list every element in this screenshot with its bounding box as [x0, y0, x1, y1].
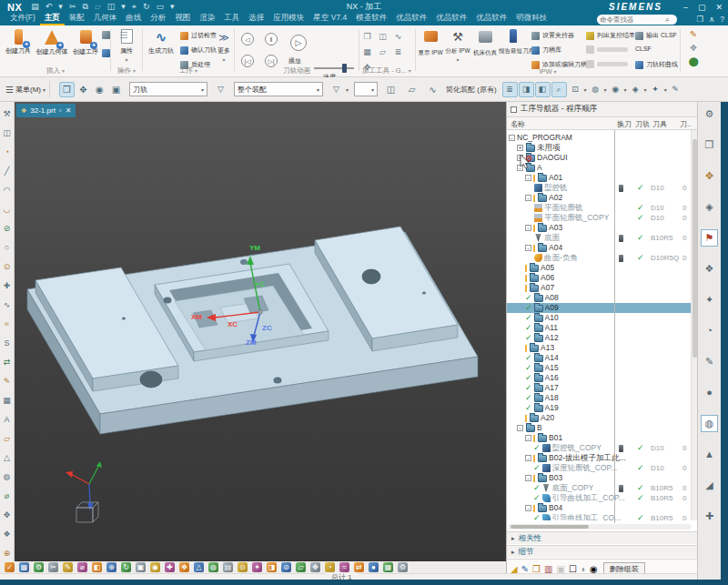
- navigator-row-未用项[interactable]: +未用项: [507, 143, 691, 153]
- navigator-row-A19[interactable]: ✓A19: [507, 403, 691, 413]
- tab-优品软件[interactable]: 优品软件: [391, 12, 431, 25]
- paint-icon[interactable]: ✎: [668, 82, 683, 97]
- tree-vertical-scrollbar[interactable]: [691, 130, 697, 520]
- toggle-shade-icon[interactable]: ◨: [519, 82, 534, 97]
- expander-icon[interactable]: -: [509, 135, 515, 141]
- window-icon[interactable]: ▭: [156, 2, 164, 12]
- caret-icon[interactable]: ▾: [121, 2, 126, 12]
- part-navigator-icon[interactable]: ◈: [701, 198, 718, 216]
- navigator-row-型腔铣_COPY[interactable]: ✓型腔铣_COPY✓D100: [507, 443, 691, 453]
- caret-icon[interactable]: ▾: [664, 86, 667, 93]
- navigator-row-A[interactable]: -A: [507, 163, 691, 173]
- line-icon[interactable]: ╱: [5, 162, 9, 180]
- tree-horizontal-scrollbar[interactable]: [509, 524, 691, 530]
- tab-星空 V7.4[interactable]: 星空 V7.4: [308, 12, 351, 25]
- navigator-row-A03[interactable]: -A03: [507, 223, 691, 233]
- forward-end-icon[interactable]: ▷|: [265, 55, 278, 67]
- caret-icon[interactable]: ▾: [604, 86, 607, 93]
- paste-icon[interactable]: ▱: [95, 2, 101, 12]
- navigator-row-NC_PROGRAM[interactable]: -NC_PROGRAM: [507, 133, 691, 143]
- dock-icon-15[interactable]: ◍: [208, 562, 218, 572]
- pause-icon[interactable]: ‖: [265, 33, 278, 45]
- expander-icon[interactable]: +: [517, 145, 523, 151]
- navigator-row-A09[interactable]: ✓A09: [507, 303, 691, 313]
- dock-icon-4[interactable]: ✂: [48, 562, 58, 572]
- undo-icon[interactable]: ↶: [46, 2, 53, 12]
- list-check-results-button[interactable]: 列出复控结果: [586, 31, 635, 40]
- navigator-row-A11[interactable]: ✓A11: [507, 323, 691, 333]
- dock-icon-24[interactable]: ≈: [339, 562, 349, 572]
- dock-icon-23[interactable]: ◔: [325, 562, 335, 572]
- navigator-row-A17[interactable]: ✓A17: [507, 383, 691, 393]
- tab-曲线[interactable]: 曲线: [121, 12, 146, 25]
- holder-library-button[interactable]: 刀柄库: [531, 45, 561, 55]
- dock-icon-26[interactable]: ●: [369, 562, 379, 572]
- expander-icon[interactable]: -: [525, 175, 531, 181]
- grid-icon[interactable]: ▦: [3, 391, 11, 409]
- pencil-icon[interactable]: ✎: [4, 372, 11, 390]
- menu-button[interactable]: ☰菜单(M)▾: [5, 85, 46, 95]
- toggle-list-icon[interactable]: ≣: [502, 82, 518, 97]
- navigator-row-B04[interactable]: -B04: [507, 503, 691, 513]
- constraint-navigator-icon[interactable]: ✥: [701, 167, 718, 185]
- fit-view-icon[interactable]: ⊡: [568, 82, 583, 97]
- navigator-row-A06[interactable]: A06: [507, 273, 691, 283]
- column-name[interactable]: 名称: [511, 119, 525, 129]
- cylinder-view-icon[interactable]: ◉: [608, 82, 623, 97]
- tab-选择[interactable]: 选择: [244, 12, 268, 25]
- navigator-row-A15[interactable]: ✓A15: [507, 363, 691, 373]
- history-icon[interactable]: ◔: [701, 322, 718, 339]
- navigator-row-A20[interactable]: A20: [507, 413, 691, 423]
- window-new-icon[interactable]: ▱: [404, 82, 420, 97]
- dock-icon-10[interactable]: ▣: [136, 562, 146, 572]
- dock-icon-16[interactable]: ▤: [223, 562, 233, 572]
- dock-icon-18[interactable]: ✦: [252, 562, 262, 572]
- dock-icon-14[interactable]: △: [194, 562, 204, 572]
- navigator-row-B[interactable]: -B: [507, 423, 691, 433]
- plus-icon[interactable]: ✚: [701, 508, 718, 525]
- dock-icon-22[interactable]: ✥: [310, 562, 320, 572]
- navigator-row-底面_COPY[interactable]: ✓底面_COPY✓B10R50: [507, 483, 691, 493]
- box-icon[interactable]: ◫: [3, 124, 11, 142]
- search-icon[interactable]: ⌕: [665, 15, 669, 25]
- assembly-navigator-icon[interactable]: ❒: [701, 136, 718, 154]
- dock-icon-28[interactable]: ⚙: [398, 562, 408, 572]
- triangle-icon[interactable]: △: [4, 449, 10, 467]
- tab-渲染[interactable]: 渲染: [195, 12, 219, 25]
- navigator-row-引导曲线加工_CO...[interactable]: ✓引导曲线加工_CO...✓B10R50: [507, 513, 691, 520]
- select-filter-icon[interactable]: ❒: [59, 82, 75, 97]
- arc2-icon[interactable]: ◡: [4, 200, 11, 218]
- dock-icon-3[interactable]: ⚙: [34, 562, 44, 572]
- mt-icon-4[interactable]: ▦: [361, 46, 373, 58]
- navigator-row-底面[interactable]: 底面✓B10R50: [507, 233, 691, 243]
- move-icon[interactable]: ✥: [4, 506, 11, 524]
- search-input[interactable]: [600, 15, 665, 24]
- dock-icon-6[interactable]: ⌀: [77, 562, 87, 572]
- dock-icon-8[interactable]: ⊕: [106, 562, 116, 572]
- filter-plus-icon[interactable]: ▽▾: [329, 82, 349, 97]
- tab-装配[interactable]: 装配: [65, 12, 89, 25]
- navigator-row-B02-拔出模子加工此...[interactable]: -B02-拔出模子加工此...: [507, 453, 691, 463]
- dock-icon-13[interactable]: ❖: [179, 562, 189, 572]
- navigator-row-深度轮廓铣_COP...[interactable]: ✓深度轮廓铣_COP...✓D100: [507, 463, 691, 473]
- select-sphere-icon[interactable]: ◉: [92, 82, 107, 97]
- navigator-row-A05[interactable]: A05: [507, 263, 691, 273]
- navigator-row-型腔铣[interactable]: 型腔铣✓D100: [507, 183, 691, 193]
- gouge-check-button[interactable]: 过切检查: [180, 31, 217, 40]
- report-shortest-tool-button[interactable]: 报告最短刀具: [499, 27, 528, 66]
- expander-icon[interactable]: -: [525, 475, 531, 481]
- dock-icon-5[interactable]: ✎: [63, 562, 73, 572]
- dock-icon-12[interactable]: ✚: [165, 562, 175, 572]
- dock-icon-11[interactable]: ◉: [150, 562, 160, 572]
- effects-icon[interactable]: ✦: [648, 82, 663, 97]
- navigator-row-A07[interactable]: A07: [507, 283, 691, 293]
- navigator-row-A10[interactable]: ✓A10: [507, 313, 691, 323]
- toggle-shade2-icon[interactable]: ◧: [535, 82, 551, 97]
- column-path[interactable]: 刀轨: [635, 119, 650, 129]
- tab-几何体[interactable]: 几何体: [89, 12, 122, 25]
- tab-模圣软件[interactable]: 模圣软件: [351, 12, 391, 25]
- insert-extra2-icon[interactable]: [102, 49, 110, 57]
- help-icon[interactable]: ?: [720, 15, 724, 24]
- expander-icon[interactable]: -: [525, 195, 531, 201]
- command-finder[interactable]: ⌕: [597, 15, 677, 25]
